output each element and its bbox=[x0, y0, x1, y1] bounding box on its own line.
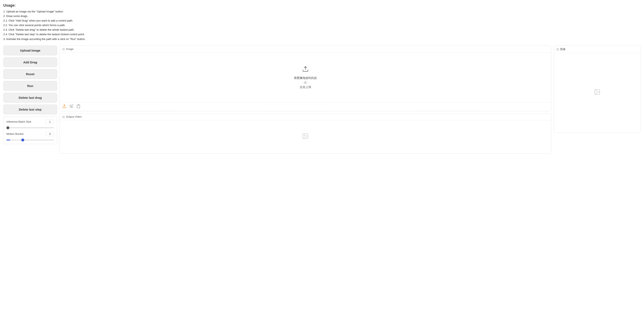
batch-size-slider[interactable] bbox=[6, 127, 54, 128]
output-area bbox=[60, 120, 551, 153]
upload-toolbar-camera-icon[interactable] bbox=[69, 104, 74, 109]
batch-size-label: Inference Batch Size bbox=[6, 120, 31, 123]
usage-text: 1. Upload an image via the "Upload Image… bbox=[3, 9, 641, 42]
output-panel: ⊡ Output Video bbox=[60, 113, 551, 154]
right-panel-label: 图像 bbox=[560, 48, 566, 51]
motion-bucket-slider[interactable] bbox=[6, 140, 54, 140]
reset-button[interactable]: Reset bbox=[3, 69, 57, 79]
upload-click-text: 点击上传 bbox=[300, 85, 311, 89]
output-panel-header: ⊡ Output Video bbox=[60, 114, 551, 120]
image-panel-header: ⊡ Image bbox=[60, 46, 551, 53]
output-panel-label: Output Video bbox=[66, 115, 82, 118]
upload-image-button[interactable]: Upload Image bbox=[3, 46, 57, 55]
output-panel-icon: ⊡ bbox=[62, 115, 65, 118]
batch-size-control: Inference Batch Size 1 bbox=[6, 120, 54, 129]
motion-bucket-control: Motion Bucket 4 bbox=[6, 132, 54, 141]
usage-section: Usage: 1. Upload an image via the "Uploa… bbox=[3, 3, 641, 42]
controls-section: Inference Batch Size 1 Motion Bucket 4 bbox=[3, 116, 57, 144]
motion-bucket-label-row: Motion Bucket 4 bbox=[6, 132, 54, 136]
upload-icon bbox=[302, 66, 309, 74]
main-layout: Upload Image Add Drag Reset Run Delete l… bbox=[3, 46, 641, 154]
run-button[interactable]: Run bbox=[3, 81, 57, 91]
delete-drag-button[interactable]: Delete last drag bbox=[3, 93, 57, 103]
image-panel-label: Image bbox=[66, 48, 74, 51]
motion-bucket-label: Motion Bucket bbox=[6, 132, 24, 135]
right-panel-header: ⊡ 图像 bbox=[554, 46, 640, 53]
batch-size-slider-container bbox=[6, 126, 54, 129]
usage-title: Usage: bbox=[3, 3, 641, 8]
delete-step-button[interactable]: Delete last step bbox=[3, 105, 57, 114]
add-drag-button[interactable]: Add Drag bbox=[3, 57, 57, 67]
center-panels: ⊡ Image 将图像拖放到此处 - 或 - 点击上传 bbox=[60, 46, 551, 154]
svg-point-7 bbox=[596, 91, 596, 91]
motion-bucket-slider-container bbox=[6, 138, 54, 141]
output-placeholder-icon bbox=[302, 133, 309, 141]
right-panel-box: ⊡ 图像 bbox=[554, 46, 641, 133]
right-placeholder-icon bbox=[594, 89, 600, 97]
svg-rect-3 bbox=[78, 104, 79, 105]
right-panel-content bbox=[554, 53, 640, 132]
batch-size-label-row: Inference Batch Size 1 bbox=[6, 120, 54, 124]
right-panel-icon: ⊡ bbox=[556, 48, 559, 51]
upload-drop-area[interactable]: 将图像拖放到此处 - 或 - 点击上传 bbox=[60, 53, 551, 102]
upload-toolbar-clipboard-icon[interactable] bbox=[76, 104, 80, 109]
upload-drag-text: 将图像拖放到此处 bbox=[294, 76, 317, 80]
right-panel: ⊡ 图像 bbox=[554, 46, 641, 133]
svg-point-5 bbox=[304, 135, 305, 135]
batch-size-value: 1 bbox=[46, 120, 54, 124]
motion-bucket-value: 4 bbox=[46, 132, 54, 136]
svg-point-2 bbox=[71, 106, 72, 107]
upload-toolbar-upload-icon[interactable] bbox=[62, 104, 66, 109]
upload-or-text: - 或 - bbox=[302, 81, 308, 85]
left-panel: Upload Image Add Drag Reset Run Delete l… bbox=[3, 46, 57, 144]
image-panel-icon: ⊡ bbox=[62, 48, 65, 51]
image-panel: ⊡ Image 将图像拖放到此处 - 或 - 点击上传 bbox=[60, 46, 551, 111]
upload-toolbar bbox=[60, 102, 551, 111]
